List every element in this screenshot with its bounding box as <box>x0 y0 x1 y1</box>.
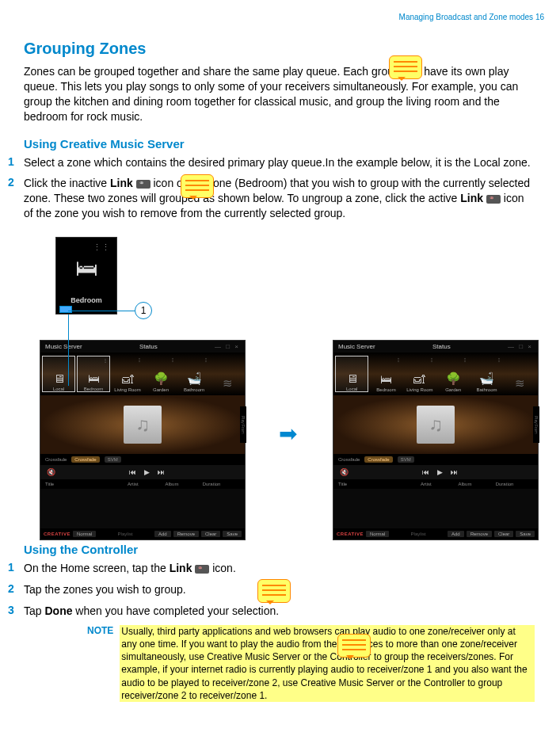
col-duration[interactable]: Duration <box>496 482 533 486</box>
step-number: 3 <box>8 604 24 619</box>
clear-button[interactable]: Clear <box>201 531 220 537</box>
page-header: Managing Broadcast and Zone modes 16 <box>399 13 544 21</box>
remove-button[interactable]: Remove <box>173 531 199 537</box>
wifi-icon: ⋮ <box>396 356 401 362</box>
col-duration[interactable]: Duration <box>203 482 240 486</box>
comment-icon[interactable] <box>181 174 214 198</box>
bold: Done <box>44 604 72 617</box>
playlist-label: Playlist <box>98 532 152 536</box>
step-1: 1 On the Home screen, tap the Link icon. <box>8 561 536 576</box>
play-from-tab[interactable]: Play From <box>533 406 539 443</box>
step-1: 1 Select a zone which contains the desir… <box>8 155 536 170</box>
playlist-area <box>333 489 538 528</box>
wifi-icon: ≋ <box>223 376 233 391</box>
bath-icon: 🛁 <box>479 372 494 386</box>
prev-button[interactable]: ⏮ <box>422 468 429 476</box>
bed-icon: 🛏 <box>380 372 392 386</box>
zone-label: Garden <box>153 387 169 392</box>
zone-garden[interactable]: ⋮🌳Garden <box>437 356 469 392</box>
zone-label: Living Room <box>114 387 140 392</box>
playlist-area <box>40 489 245 528</box>
heading-using-controller: Using the Controller <box>24 543 536 556</box>
zone-bedroom[interactable]: ⋮🛏Bedroom <box>77 356 110 392</box>
play-from-tab[interactable]: Play From <box>240 406 246 443</box>
add-button[interactable]: Add <box>154 531 171 537</box>
zone-wifi[interactable]: ≋ <box>211 356 243 392</box>
play-button[interactable]: ▶ <box>437 468 443 476</box>
arrow-icon: ➡ <box>279 421 297 447</box>
save-button[interactable]: Save <box>516 531 535 537</box>
callout-number: 1 <box>135 302 152 319</box>
next-button[interactable]: ⏭ <box>158 468 165 476</box>
window-controls[interactable]: — □ × <box>508 343 533 350</box>
play-button[interactable]: ▶ <box>144 468 150 476</box>
zone-label: Bedroom <box>376 387 395 392</box>
status-label: Status <box>139 343 158 350</box>
callout-line <box>68 315 69 386</box>
prev-button[interactable]: ⏮ <box>129 468 136 476</box>
crossfade-button[interactable]: Crossfade <box>71 456 99 463</box>
note-label: NOTE <box>87 625 113 702</box>
volume-icon[interactable]: 🔇 <box>340 468 349 476</box>
zone-bathroom[interactable]: ⋮🛁Bathroom <box>178 356 210 392</box>
comment-icon[interactable] <box>337 634 371 658</box>
comment-icon[interactable] <box>257 579 291 603</box>
transport-bar: 🔇 ⏮ ▶ ⏭ <box>40 465 245 479</box>
monitor-icon: 🖥 <box>346 372 358 385</box>
bold: Link <box>460 192 483 204</box>
step-number: 1 <box>8 561 24 576</box>
svm-button[interactable]: SVM <box>105 456 121 463</box>
col-album[interactable]: Album <box>165 482 202 486</box>
bold: Link <box>110 177 133 189</box>
zone-wifi[interactable]: ≋ <box>505 356 536 392</box>
zone-bedroom[interactable]: ⋮🛏Bedroom <box>370 356 402 392</box>
step-text: Click the inactive Link icon of the zone… <box>24 176 536 221</box>
save-button[interactable]: Save <box>223 531 242 537</box>
playlist-header: Title Artist Album Duration <box>40 479 245 489</box>
step-number: 2 <box>8 582 24 597</box>
app-title: Music Server <box>45 343 82 350</box>
col-album[interactable]: Album <box>458 482 495 486</box>
callout-line <box>68 311 135 311</box>
zone-row: 🖥Local ⋮🛏Bedroom ⋮🛋Living Room ⋮🌳Garden … <box>333 353 538 395</box>
link-icon[interactable] <box>59 306 72 313</box>
footer-bar: CREATIVE Normal Playlist Add Remove Clea… <box>333 528 538 539</box>
volume-icon[interactable]: 🔇 <box>47 468 55 476</box>
crossfade-button[interactable]: Crossfade <box>364 456 392 463</box>
zone-garden[interactable]: ⋮🌳Garden <box>145 356 177 392</box>
select-normal[interactable]: Normal <box>366 531 389 537</box>
select-normal[interactable]: Normal <box>73 531 96 537</box>
zone-label: Local <box>53 387 64 391</box>
clear-button[interactable]: Clear <box>494 531 513 537</box>
zone-label: Bathroom <box>184 387 204 392</box>
step-number: 2 <box>8 176 24 221</box>
col-artist[interactable]: Artist <box>128 482 165 486</box>
zone-living-room[interactable]: ⋮🛋Living Room <box>404 356 436 392</box>
footer-bar: CREATIVE Normal Playlist Add Remove Clea… <box>40 528 245 539</box>
window-controls[interactable]: — □ × <box>215 343 240 350</box>
comment-icon[interactable] <box>389 55 422 79</box>
music-server-before: Music Server Status — □ × 🖥Local ⋮🛏Bedro… <box>40 340 246 540</box>
zone-living-room[interactable]: ⋮🛋Living Room <box>112 356 143 392</box>
remove-button[interactable]: Remove <box>467 531 492 537</box>
svm-button[interactable]: SVM <box>398 456 414 463</box>
brand-logo: CREATIVE <box>44 532 70 536</box>
wifi-icon: ⋮ <box>497 356 501 362</box>
col-title[interactable]: Title <box>45 482 128 486</box>
add-button[interactable]: Add <box>448 531 464 537</box>
next-button[interactable]: ⏭ <box>451 468 458 476</box>
bed-icon: 🛏 <box>75 255 97 281</box>
section-controller: Using the Controller 1 On the Home scree… <box>24 543 536 702</box>
monitor-icon: 🖥 <box>53 372 65 385</box>
crossfade-row: Crossfade Crossfade SVM <box>333 454 538 465</box>
zone-label: Bedroom <box>70 296 102 304</box>
zone-label: Bathroom <box>476 387 497 392</box>
zone-local[interactable]: 🖥Local <box>42 356 75 392</box>
zone-bathroom[interactable]: ⋮🛁Bathroom <box>470 356 502 392</box>
brand-logo: CREATIVE <box>337 532 364 536</box>
zone-label: Bedroom <box>84 387 103 391</box>
col-title[interactable]: Title <box>338 482 421 486</box>
col-artist[interactable]: Artist <box>421 482 458 486</box>
wifi-icon: ≋ <box>515 376 525 391</box>
zone-local[interactable]: 🖥Local <box>335 356 368 392</box>
